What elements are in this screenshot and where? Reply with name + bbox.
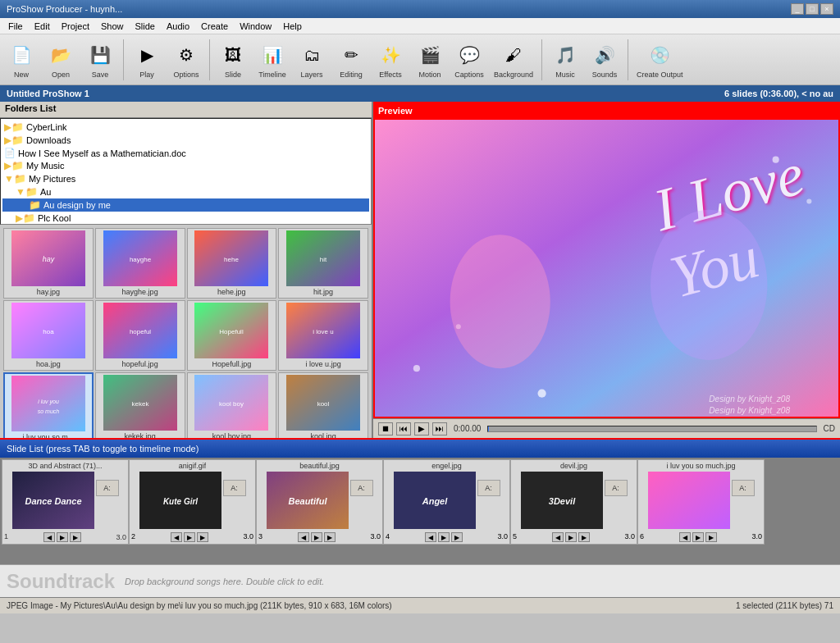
thumbnail-iluv[interactable]: i luv youso much i luv you so m...	[3, 372, 94, 438]
menu-show[interactable]: Show	[96, 20, 129, 33]
slide-play-button[interactable]: ▶	[438, 532, 450, 542]
tree-item-mypictures[interactable]: ▼📁 My Pictures	[2, 172, 369, 185]
menu-project[interactable]: Project	[57, 20, 94, 33]
new-button[interactable]: 📄 New	[3, 39, 39, 80]
slide-next-button[interactable]: ▶	[324, 532, 336, 542]
layers-button[interactable]: 🗂 Layers	[294, 39, 330, 80]
slide-button[interactable]: 🖼 Slide	[215, 39, 251, 80]
close-button[interactable]: ×	[820, 3, 833, 15]
slide-play-button[interactable]: ▶	[57, 532, 68, 542]
slide-item-3[interactable]: beautiful.jpg Beautiful A: 3 ◀ ▶ ▶ 3.0	[256, 459, 383, 545]
slide-list-container[interactable]: 3D and Abstract (71)... Dance Dance A: 1…	[0, 458, 840, 564]
slide-next-button[interactable]: ▶	[578, 532, 590, 542]
app-title-text: ProShow Producer - huynh...	[7, 4, 122, 14]
folder-icon: 📁	[29, 199, 41, 211]
tree-item-plckool[interactable]: ▶📁 Plc Kool	[2, 212, 369, 225]
thumbnail-kool[interactable]: kool kool.jpg	[278, 372, 368, 438]
slide-controls: ◀ ▶ ▶	[679, 532, 717, 542]
thumbnail-image: Hopefull	[194, 303, 268, 358]
slide-title: 3D and Abstract (71)...	[28, 462, 102, 470]
preview-stop-button[interactable]: ⏹	[378, 422, 393, 436]
slide-prev-button[interactable]: ◀	[298, 532, 309, 542]
folder-tree[interactable]: ▶📁 CyberLink ▶📁 Downloads 📄 How I See My…	[0, 118, 372, 225]
slide-prev-button[interactable]: ◀	[679, 532, 691, 542]
slide-next-button[interactable]: ▶	[70, 532, 81, 542]
svg-text:hit: hit	[320, 256, 327, 263]
slide-play-button[interactable]: ▶	[565, 532, 577, 542]
soundtrack-bar: Soundtrack Drop background songs here. D…	[0, 564, 840, 597]
thumbnail-hopeful[interactable]: hopeful hopeful.jpg	[95, 300, 185, 371]
slide-count-info: 6 slides (0:36.00), < no au	[724, 89, 833, 98]
save-button[interactable]: 💾 Save	[82, 39, 118, 80]
editing-button[interactable]: ✏ Editing	[333, 39, 369, 80]
tree-item-cyberlink[interactable]: ▶📁 CyberLink	[2, 121, 369, 134]
slide-duration: 3.0	[370, 532, 381, 540]
preview-forward-button[interactable]: ⏭	[432, 422, 447, 436]
thumbnail-hoa[interactable]: hoa hoa.jpg	[3, 300, 94, 371]
slide-play-button[interactable]: ▶	[692, 532, 704, 542]
slide-prev-button[interactable]: ◀	[552, 532, 564, 542]
thumbnail-hit[interactable]: hit hit.jpg	[278, 228, 368, 299]
tree-item-mathematician[interactable]: 📄 How I See Myself as a Mathematician.do…	[2, 147, 369, 159]
menu-audio[interactable]: Audio	[162, 20, 194, 33]
slide-title: engel.jpg	[431, 462, 462, 470]
slide-item-1[interactable]: 3D and Abstract (71)... Dance Dance A: 1…	[2, 459, 129, 545]
tree-item-audesign[interactable]: 📁 Au design by me	[2, 198, 369, 212]
slide-item-2[interactable]: anigif.gif Kute Girl A: 2 ◀ ▶ ▶ 3.0	[129, 459, 256, 545]
thumbnail-iloveu[interactable]: i love u i love u.jpg	[278, 300, 368, 371]
svg-text:kool: kool	[317, 400, 330, 408]
thumbnail-hayghe[interactable]: hayghe hayghe.jpg	[95, 228, 185, 299]
slide-play-button[interactable]: ▶	[311, 532, 322, 542]
slide-row-2: anigif.gif Kute Girl A: 2 ◀ ▶ ▶ 3.0	[129, 459, 256, 563]
slide-prev-button[interactable]: ◀	[425, 532, 436, 542]
slide-play-button[interactable]: ▶	[184, 532, 195, 542]
menu-create[interactable]: Create	[196, 20, 233, 33]
options-icon: ⚙	[171, 40, 201, 70]
thumbnail-hehe[interactable]: hehe hehe.jpg	[187, 228, 277, 299]
play-button[interactable]: ▶ Play	[129, 39, 165, 80]
timeline-button[interactable]: 📊 Timeline	[254, 39, 290, 80]
thumbnail-hay[interactable]: hay hay.jpg	[3, 228, 94, 299]
window-controls[interactable]: _ □ ×	[791, 3, 833, 15]
preview-play-button[interactable]: ▶	[414, 422, 429, 436]
thumbnail-koolboy[interactable]: kool boy kool boy.jpg	[187, 372, 277, 438]
slide-prev-button[interactable]: ◀	[43, 532, 55, 542]
tree-item-mymusic[interactable]: ▶📁 My Music	[2, 159, 369, 172]
options-button[interactable]: ⚙ Options	[168, 39, 204, 80]
create-output-button[interactable]: 💿 Create Output	[633, 39, 687, 80]
tree-item-au[interactable]: ▼📁 Au	[2, 185, 369, 198]
minimize-button[interactable]: _	[791, 3, 804, 15]
slide-number: 3	[258, 532, 262, 540]
thumbnail-label: i love u.jpg	[306, 360, 341, 368]
slide-item-4[interactable]: engel.jpg Angel A: 4 ◀ ▶ ▶ 3.0	[383, 459, 510, 545]
open-button[interactable]: 📂 Open	[43, 39, 79, 80]
slide-item-5[interactable]: devil.jpg 3Devil A: 5 ◀ ▶ ▶ 3.0	[510, 459, 637, 545]
preview-progress-bar[interactable]	[487, 426, 816, 432]
captions-button[interactable]: 💬 Captions	[451, 39, 487, 80]
slide-next-button[interactable]: ▶	[705, 532, 717, 542]
thumbnail-kekek[interactable]: kekek kekek.jpg	[95, 372, 185, 438]
menu-file[interactable]: File	[3, 20, 28, 33]
menu-window[interactable]: Window	[235, 20, 276, 33]
thumbnail-hopefull[interactable]: Hopefull Hopefull.jpg	[187, 300, 277, 371]
motion-icon: 🎬	[415, 40, 445, 70]
slide-next-button[interactable]: ▶	[451, 532, 463, 542]
menu-slide[interactable]: Slide	[130, 20, 159, 33]
effects-button[interactable]: ✨ Effects	[372, 39, 409, 80]
svg-text:3Devil: 3Devil	[548, 496, 575, 506]
tree-item-downloads[interactable]: ▶📁 Downloads	[2, 134, 369, 147]
slide-next-button[interactable]: ▶	[197, 532, 208, 542]
menu-help[interactable]: Help	[278, 20, 307, 33]
slide-item-6[interactable]: i luv you so much.jpg A: 6 ◀ ▶ ▶ 3.0	[637, 459, 765, 545]
svg-text:i love u: i love u	[313, 328, 333, 335]
music-button[interactable]: 🎵 Music	[547, 39, 583, 80]
slide-prev-button[interactable]: ◀	[171, 532, 182, 542]
sounds-button[interactable]: 🔊 Sounds	[587, 39, 623, 80]
slide-thumbnail	[648, 472, 730, 529]
svg-text:so much: so much	[38, 408, 60, 414]
preview-rewind-button[interactable]: ⏮	[396, 422, 411, 436]
background-button[interactable]: 🖌 Background	[491, 39, 536, 80]
motion-button[interactable]: 🎬 Motion	[412, 39, 448, 80]
menu-edit[interactable]: Edit	[30, 20, 55, 33]
maximize-button[interactable]: □	[806, 3, 819, 15]
